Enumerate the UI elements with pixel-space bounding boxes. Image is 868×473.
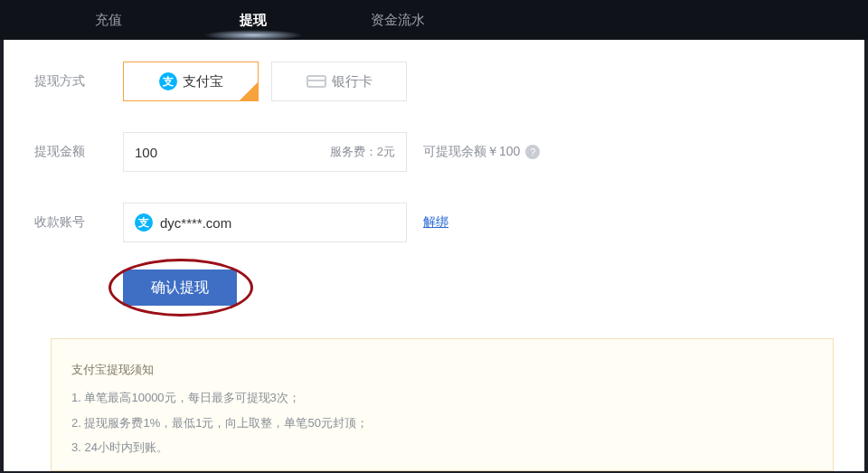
tab-recharge[interactable]: 充值 (36, 0, 181, 40)
notice-line-3: 3. 24小时内到账。 (71, 435, 813, 459)
tab-withdraw-label: 提现 (240, 12, 267, 29)
row-method: 提现方式 支 支付宝 银行卡 (4, 61, 864, 101)
row-amount: 提现金额 服务费：2元 可提现余额￥100 ? (4, 132, 864, 172)
amount-input[interactable] (135, 145, 330, 160)
amount-box: 服务费：2元 (123, 132, 407, 172)
alipay-icon: 支 (135, 213, 153, 232)
account-value: dyc****.com (160, 215, 231, 231)
account-box: 支 dyc****.com (123, 203, 407, 242)
notice-line-1: 1. 单笔最高10000元，每日最多可提现3次； (71, 385, 813, 410)
notice-title: 支付宝提现须知 (71, 357, 813, 382)
help-icon[interactable]: ? (525, 145, 540, 159)
row-account: 收款账号 支 dyc****.com 解绑 (4, 203, 864, 242)
fee-text: 服务费：2元 (330, 144, 395, 160)
label-amount: 提现金额 (34, 144, 123, 160)
bankcard-icon (307, 75, 326, 88)
withdraw-form: 提现方式 支 支付宝 银行卡 提现金额 服务费：2元 可提现余额￥100 ? (4, 40, 864, 471)
method-alipay[interactable]: 支 支付宝 (123, 61, 259, 101)
notice-box: 支付宝提现须知 1. 单笔最高10000元，每日最多可提现3次； 2. 提现服务… (51, 338, 834, 471)
method-alipay-label: 支付宝 (183, 73, 223, 90)
balance-text: 可提现余额￥100 ? (423, 144, 540, 160)
top-tab-bar: 充值 提现 资金流水 (0, 0, 868, 40)
method-bankcard[interactable]: 银行卡 (271, 61, 407, 101)
label-method: 提现方式 (34, 73, 123, 90)
unbind-link[interactable]: 解绑 (423, 214, 448, 231)
tab-flow-label: 资金流水 (371, 12, 425, 29)
confirm-withdraw-button[interactable]: 确认提现 (123, 270, 237, 306)
tab-flow[interactable]: 资金流水 (326, 0, 470, 40)
notice-line-2: 2. 提现服务费1%，最低1元，向上取整，单笔50元封顶； (71, 411, 813, 435)
tab-recharge-label: 充值 (95, 12, 122, 29)
tab-withdraw[interactable]: 提现 (181, 0, 326, 40)
row-submit: 确认提现 (4, 270, 864, 306)
method-bankcard-label: 银行卡 (332, 73, 373, 90)
label-account: 收款账号 (34, 214, 123, 231)
alipay-icon: 支 (159, 72, 177, 90)
